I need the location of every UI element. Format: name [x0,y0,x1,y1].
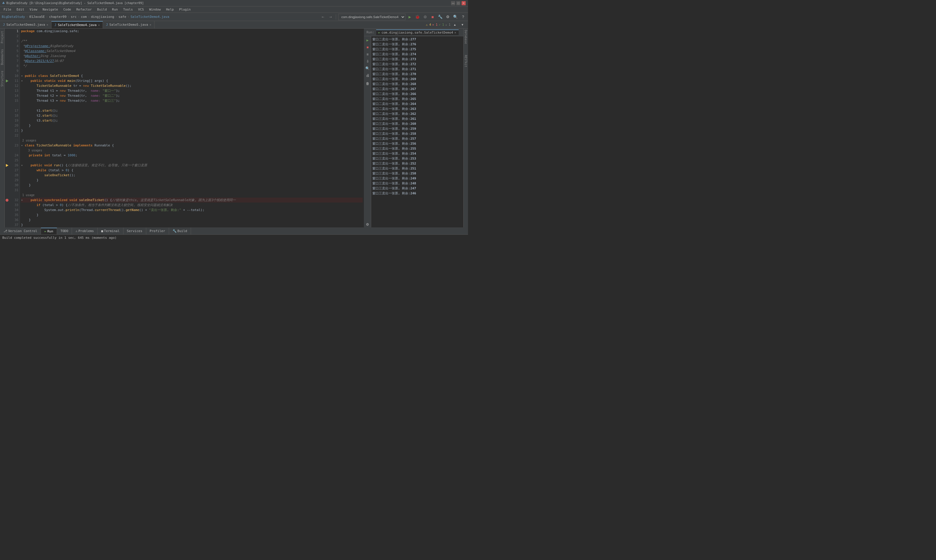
tab-sale4-close[interactable]: ✕ [98,23,100,26]
bottom-tab-vcs[interactable]: ⎇ Version Control [0,228,41,234]
fold-arrow-23[interactable]: ▾ [21,143,23,148]
class-saleticket4: SaleTicketDemo4 [50,73,79,78]
bp-slot-6 [5,54,9,58]
build-button[interactable]: 🔧 [437,14,443,20]
output-line: 窗口三卖出一张票, 剩余:261 [372,116,462,121]
tab-sale3-close[interactable]: ✕ [46,23,48,26]
fold-arrow-11[interactable]: ▾ [21,78,23,83]
tab-sale4[interactable]: J SaleTicketDemo4.java ✕ [51,21,103,28]
bp-slot-26 [5,163,9,168]
project-name[interactable]: BigDataStudy [2,15,25,19]
run-restore-btn[interactable]: ≡ [365,51,371,57]
menu-plugin[interactable]: Plugin [177,7,193,12]
close-button[interactable]: ✕ [461,1,466,5]
scroll-down-btn[interactable]: ▼ [459,22,466,28]
menu-edit[interactable]: Edit [14,7,27,12]
bottom-tab-build[interactable]: 🔧 Build [169,228,191,234]
tab-sale5[interactable]: J SaleTicketDemo5.java ✕ [103,21,154,28]
kw-new-12: new [83,83,89,88]
line-num-35: 35 [9,212,19,217]
comment-start: /** [21,38,27,43]
output-line: 窗口三卖出一张票, 剩余:255 [372,146,462,151]
bp-slot-36 [5,217,9,222]
kw-int: int [44,153,50,158]
ctor-thread-14: Thread [68,93,79,98]
run-print-btn[interactable]: 🖨 [365,72,371,78]
help-button[interactable]: ? [460,14,466,20]
search-button[interactable]: 🔍 [452,14,459,20]
bottom-tab-terminal[interactable]: ■ Terminal [98,228,123,234]
run-coverage-button[interactable]: ⨸ [422,14,428,20]
tab-sale5-close[interactable]: ✕ [150,23,151,26]
run-rerun-btn[interactable]: ► [365,37,371,43]
menu-run[interactable]: Run [110,7,120,12]
menu-navigate[interactable]: Navigate [40,7,60,12]
run-panel-close-btn[interactable]: ✕ [454,31,456,34]
comment-32: //锁对象是this, 这里就是TicketSaleRunnable对象, 因为… [112,198,236,203]
structure-label[interactable]: Structure [1,71,4,86]
fold-arrow-10[interactable]: ▾ [21,73,23,78]
dec-34: -- [187,208,191,212]
menu-refactor[interactable]: Refactor [74,7,94,12]
menu-vcs[interactable]: VCS [136,7,146,12]
restkit-label[interactable]: RESTkit [464,55,467,67]
menu-file[interactable]: File [1,7,14,12]
run-filter-btn[interactable]: 🔍 [365,65,371,71]
bottom-tab-todo[interactable]: TODO [57,228,72,234]
stop-button[interactable]: ■ [429,14,436,20]
output-line: 窗口三卖出一张票, 剩余:260 [372,121,462,126]
code-line-10: ▾ public class SaleTicketDemo4 { [21,73,363,78]
settings-button[interactable]: ⚙ [445,14,451,20]
bookmarks-label[interactable]: Bookmarks [1,49,4,65]
back-button[interactable]: ← [320,14,326,20]
bp-slot-21 [5,128,9,133]
database-label[interactable]: Database [464,30,467,44]
tab-sale3[interactable]: J SaleTicketDemo3.java ✕ [0,21,51,28]
toolbar: BigDataStudy › 01JavaSE › chapter09 › sr… [0,13,468,21]
bottom-tab-problems[interactable]: ⚠ Problems [72,228,98,234]
run-stop-btn[interactable]: ■ [365,45,371,50]
menu-build[interactable]: Build [95,7,109,12]
run-config-selector[interactable]: com.dingjiaxiong.safe.SaleTicketDemo4 [338,14,406,20]
bottom-tab-todo-label: TODO [60,229,68,233]
run-panel-tab[interactable]: ► com.dingjiaxiong.safe.SaleTicketDemo4 … [376,29,459,35]
project-panel-label[interactable]: Project [1,31,4,43]
run-clear-btn[interactable]: 🗑 [365,81,371,86]
output-line: 窗口二卖出一张票, 剩余:277 [372,37,462,42]
menu-view[interactable]: View [27,7,40,12]
minimize-button[interactable]: — [451,1,455,5]
menu-code[interactable]: Code [61,7,73,12]
bottom-tab-services[interactable]: Services [123,228,146,234]
run-button[interactable]: ► [407,14,413,20]
breakpoint-gutter [5,29,9,228]
bottom-tab-build-label: Build [177,229,187,233]
menu-tools[interactable]: Tools [121,7,135,12]
run-settings-btn[interactable]: ⚙ [365,222,371,228]
menu-window[interactable]: Window [147,7,163,12]
menu-help[interactable]: Help [164,7,176,12]
bottom-tab-run[interactable]: ► Run [41,228,57,234]
brace-close-21: } [21,128,23,133]
bp-slot-4 [5,43,9,49]
scroll-up-btn[interactable]: ▲ [452,22,458,28]
bp-slot-23 [5,143,9,148]
line-num-12: 12 [9,83,19,88]
run-output[interactable]: 窗口二卖出一张票, 剩余:277窗口二卖出一张票, 剩余:276窗口二卖出一张票… [371,36,463,228]
bottom-tab-profiler[interactable]: Profiler [146,228,169,234]
fold-arrow-32[interactable]: ▾ [21,198,23,203]
maximize-button[interactable]: □ [456,1,460,5]
comment-author: * [21,54,25,58]
debug-button[interactable]: 🐞 [414,14,421,20]
paren-12: (); [126,83,132,88]
output-line: 窗口二卖出一张票, 剩余:263 [372,106,462,111]
code-area[interactable]: package com.dingjiaxiong.safe; /** * @Pr… [20,29,364,228]
chapter-name[interactable]: chapter09 [49,15,67,19]
type-system: System [44,208,56,212]
forward-button[interactable]: → [327,14,334,20]
fold-arrow-26[interactable]: ▾ [21,163,23,168]
run-scroll-end-btn[interactable]: ⇩ [365,58,371,64]
brace-close-20: } [29,123,31,128]
module-name[interactable]: 01JavaSE [29,15,45,19]
paren-26: () { [60,163,68,168]
paren-19: (); [52,118,58,123]
